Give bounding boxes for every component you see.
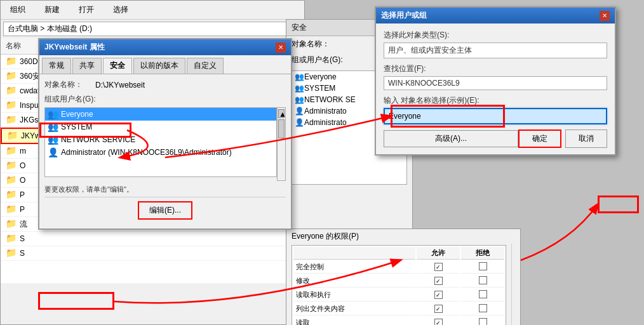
user-name: Administrato (304, 118, 347, 127)
col-allow: 允许 (417, 247, 460, 260)
perm-scrollbar[interactable] (511, 244, 520, 325)
props-content: 对象名称： D:\JKYwebseit 组或用户名(G): 👥 Everyone… (39, 74, 291, 229)
select-user-content: 选择此对象类型(S): 用户、组或内置安全主体 查找位置(F): WIN-K8N… (376, 23, 615, 154)
allow-checkbox[interactable] (434, 291, 443, 299)
folder-icon: 📁 (6, 218, 17, 230)
perm-name: 列出文件夹内容 (293, 303, 415, 315)
advanced-button[interactable]: 高级(A)... (384, 130, 518, 147)
list-item[interactable]: 📁 S (1, 246, 304, 261)
folder-icon: 📁 (6, 175, 17, 186)
col-deny: 拒绝 (461, 247, 504, 260)
cancel-button[interactable]: 取消 (565, 129, 607, 148)
deny-checkbox[interactable] (479, 276, 487, 284)
edit-button[interactable]: 编辑(E)... (138, 201, 192, 220)
tab-share[interactable]: 共享 (72, 58, 102, 74)
folder-icon: 📁 (6, 248, 17, 259)
explorer-toolbar: 组织 新建 打开 选择 (1, 1, 304, 20)
type-value: 用户、组或内置安全主体 (384, 43, 607, 58)
deny-checkbox[interactable] (479, 318, 487, 325)
perm-deny[interactable] (461, 261, 504, 274)
user-icon: 👥 (295, 72, 304, 81)
file-name: S (20, 249, 299, 258)
tab-security[interactable]: 安全 (103, 58, 132, 74)
list-item[interactable]: 📁 S (1, 232, 304, 246)
user-icon: 👤 (48, 147, 58, 157)
object-name-input[interactable]: Everyone (384, 108, 607, 124)
folder-icon: 📁 (6, 160, 17, 171)
user-name: Administrato (304, 107, 347, 116)
perm-allow[interactable] (417, 289, 460, 302)
permissions-panel: Everyone 的权限(P) 允许 拒绝 完全控制 (286, 229, 521, 325)
ok-button[interactable]: 确定 (518, 129, 561, 148)
deny-checkbox[interactable] (479, 304, 487, 312)
perm-name: 读取和执行 (293, 289, 415, 302)
user-icon: 👥 (295, 84, 304, 93)
permissions-table-container[interactable]: 允许 拒绝 完全控制 修改 读取 (292, 245, 506, 325)
scroll-up-arrow[interactable]: ▲ (278, 109, 285, 118)
perm-row: 修改 (293, 275, 504, 288)
type-label: 选择此对象类型(S): (384, 30, 607, 41)
toolbar-select[interactable]: 选择 (104, 2, 138, 18)
perm-allow[interactable] (417, 317, 460, 325)
user-icon: 👥 (48, 109, 58, 119)
dialog-close-button[interactable]: ✕ (276, 43, 286, 53)
user-icon: 👤 (295, 118, 304, 127)
perm-deny[interactable] (461, 275, 504, 288)
dialog-titlebar: JKYwebseit 属性 ✕ (39, 39, 291, 55)
folder-icon: 📁 (6, 189, 17, 201)
permissions-table: 允许 拒绝 完全控制 修改 读取 (292, 246, 506, 325)
scroll-thumb[interactable] (278, 119, 285, 138)
folder-icon: 📁 (6, 204, 17, 215)
toolbar-open[interactable]: 打开 (69, 2, 104, 18)
deny-checkbox[interactable] (479, 262, 487, 270)
user-icon: 👥 (48, 135, 58, 145)
toolbar-new[interactable]: 新建 (35, 2, 69, 18)
props-tabs: 常规 共享 安全 以前的版本 自定义 (39, 55, 291, 74)
tab-previous[interactable]: 以前的版本 (133, 58, 185, 74)
object-name-field: 对象名称： D:\JKYwebseit (44, 79, 286, 90)
folder-icon: 📁 (6, 100, 17, 111)
folder-icon: 📁 (6, 233, 17, 244)
location-label: 查找位置(F): (384, 63, 607, 74)
perm-row: 完全控制 (293, 261, 504, 274)
select-user-close-button[interactable]: ✕ (600, 11, 610, 21)
perm-allow[interactable] (417, 275, 460, 288)
perm-allow[interactable] (417, 261, 460, 274)
properties-dialog: JKYwebseit 属性 ✕ 常规 共享 安全 以前的版本 自定义 对象名称：… (38, 38, 292, 230)
props-footer: 编辑(E)... (44, 197, 286, 223)
object-name-label: 对象名称： (44, 79, 95, 90)
perm-name: 读取 (293, 317, 415, 325)
user-row[interactable]: 👥 SYSTEM (45, 121, 276, 133)
dialog-title: JKYwebseit 属性 (44, 42, 105, 53)
select-user-title: 选择用户或组 (381, 10, 427, 21)
user-name: Everyone (61, 110, 93, 119)
object-name-value: D:\JKYwebseit (95, 81, 286, 90)
perm-deny[interactable] (461, 289, 504, 302)
perm-deny[interactable] (461, 303, 504, 315)
toolbar-organize[interactable]: 组织 (1, 2, 35, 18)
user-icon: 👥 (295, 95, 304, 104)
user-row[interactable]: 👤 Administrator (WIN-K8NOOCE36L9\Adminis… (45, 146, 276, 159)
tab-custom[interactable]: 自定义 (187, 58, 224, 74)
allow-checkbox[interactable] (434, 263, 443, 271)
user-name: Everyone (304, 72, 337, 81)
user-row[interactable]: 👥 Everyone (45, 108, 276, 121)
address-bar[interactable]: 台式电脑 > 本地磁盘 (D:) (3, 22, 302, 36)
allow-checkbox[interactable] (434, 277, 443, 285)
user-icon: 👤 (295, 107, 304, 116)
perm-name: 修改 (293, 275, 415, 288)
perm-allow[interactable] (417, 303, 460, 315)
tab-general[interactable]: 常规 (42, 58, 71, 74)
users-list[interactable]: 👥 Everyone 👥 SYSTEM 👥 NETWORK SERVICE 👤 … (44, 107, 277, 177)
file-name: S (20, 234, 299, 243)
user-name: Administrator (WIN-K8NOOCE36L9\Administr… (61, 148, 232, 157)
user-name: NETWORK SE (304, 95, 356, 104)
allow-checkbox[interactable] (434, 305, 443, 313)
allow-checkbox[interactable] (434, 319, 443, 325)
deny-checkbox[interactable] (479, 290, 487, 298)
scrollbar-v[interactable]: ▲ (277, 107, 286, 181)
perm-row: 读取和执行 (293, 289, 504, 302)
user-row[interactable]: 👥 NETWORK SERVICE (45, 133, 276, 146)
perm-deny[interactable] (461, 317, 504, 325)
folder-icon: 📁 (6, 85, 17, 96)
